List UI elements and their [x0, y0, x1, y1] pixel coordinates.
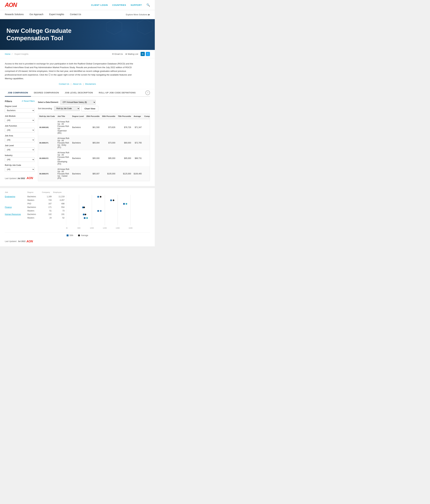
social-icons: in t — [140, 52, 150, 56]
data-controls: Select a Data Element: CFY Annual Base S… — [38, 100, 150, 111]
tool-area: JOB COMPARISON DEGREE COMPARISON JOB LEV… — [0, 89, 155, 186]
cell-p25: $95,000 — [85, 150, 101, 166]
cell-avg: $106,465 — [132, 166, 143, 181]
engineering-link[interactable]: Engineering — [5, 196, 15, 198]
table-row: 00.0000.P3 All Areas Roll-Up - All Focus… — [38, 166, 150, 181]
cell-rollup: CB.0000.P1 — [38, 181, 56, 181]
filter-industry-select[interactable]: (All) — [5, 157, 35, 162]
chart-visualization: 60K 80K 100K 120K 140K 160K — [66, 191, 150, 231]
col-header-p75: 75th Percentile — [117, 114, 132, 119]
bottom-section: Job Engineering Finance Human Resources … — [0, 188, 155, 246]
sort-controls: Sort descending: Roll-Up Job Code Chart … — [38, 106, 98, 111]
breadcrumb: Home / Expert Insights — [5, 53, 29, 55]
description-text: Access to this tool is provided in excha… — [5, 62, 137, 81]
sort-label: Sort descending: — [38, 108, 52, 110]
nav-contact-us[interactable]: Contact Us — [70, 10, 81, 19]
aon-logo: AON — [5, 2, 17, 8]
breadcrumb-bar: Home / Expert Insights ✉ Email Us ⊕ Mail… — [0, 50, 155, 58]
svg-rect-18 — [84, 217, 85, 219]
filter-degree-level: Degree Level Bachelors Masters PhD All — [5, 105, 35, 113]
filters-title: Filters — [5, 100, 12, 103]
tab-degree-comparison[interactable]: DEGREE COMPARISON — [31, 89, 62, 97]
nav-rewards-solutions[interactable]: Rewards Solutions — [5, 10, 24, 19]
cell-title: All Areas Roll-Up - All Focuses Roll-Up … — [56, 119, 71, 136]
filter-job-level-label: Job Level — [5, 144, 35, 147]
cell-degree: Bachelors — [71, 166, 85, 181]
disclaimers-link[interactable]: Disclaimers — [85, 83, 96, 85]
cell-title: All Areas Roll-Up - All Focuses Roll-Up … — [56, 181, 71, 181]
cell-rollup: 00.0000.P2 — [38, 150, 56, 166]
data-element-select[interactable]: CFY Annual Base Salary ($) — [60, 100, 96, 105]
filter-job-level-select[interactable]: (All) — [5, 147, 35, 152]
breadcrumb-home[interactable]: Home — [5, 53, 10, 55]
cell-avg: $63,652 — [132, 181, 143, 181]
filter-job-function-label: Job Function — [5, 125, 35, 127]
countries-link[interactable]: COUNTRIES — [112, 4, 126, 6]
support-link[interactable]: SUPPORT — [131, 4, 142, 6]
tab-rollup-definitions[interactable]: ROLL-UP JOB CODE DEFINITIONS — [96, 89, 139, 97]
cell-rollup: 00.0000.P1 — [38, 135, 56, 150]
cell-company: 269 — [143, 135, 150, 150]
filter-job-function-select[interactable]: (All) — [5, 128, 35, 132]
chart-view-button[interactable]: Chart View — [81, 106, 98, 111]
svg-rect-14 — [97, 210, 99, 212]
legend-average-icon — [78, 234, 80, 236]
help-icon[interactable]: ? — [145, 90, 150, 95]
cell-p50: $64,500 — [101, 181, 117, 181]
cell-rollup: 00.0000.P3 — [38, 166, 56, 181]
data-table-wrapper: Roll-Up Job Code Job Title Degree Level … — [38, 114, 150, 181]
table-body: 00.0000.M1 All Areas Roll-Up - All Focus… — [38, 119, 150, 181]
svg-text:100K: 100K — [90, 227, 94, 229]
sort-select[interactable]: Roll-Up Job Code — [54, 106, 80, 111]
finance-link[interactable]: Finance — [5, 206, 12, 208]
cell-degree: Bachelors — [71, 150, 85, 166]
search-icon[interactable]: 🔍 — [146, 3, 150, 7]
email-us-link[interactable]: ✉ Email Us — [112, 53, 123, 55]
filter-job-module: Job Module (All) — [5, 115, 35, 123]
col-header-avg: Average — [132, 114, 143, 119]
breadcrumb-current: Expert Insights — [15, 53, 28, 55]
filter-degree-level-label: Degree Level — [5, 105, 35, 108]
human-resources-link[interactable]: Human Resources — [5, 213, 21, 216]
legend-average: Average — [78, 234, 88, 236]
filter-rollup-job-code: Roll-Up Job Code (All) — [5, 164, 35, 172]
cell-p50: $73,826 — [101, 119, 117, 136]
cell-p75: $76,726 — [117, 119, 132, 136]
tab-job-level-description[interactable]: JOB LEVEL DESCRIPTION — [62, 89, 96, 97]
filter-job-area-label: Job Area — [5, 135, 35, 137]
explore-solutions[interactable]: Explore More Solutions ▶ — [126, 13, 150, 16]
col-header-p50: 50th Percentile — [101, 114, 117, 119]
legend-50th: 50th — [66, 234, 73, 236]
contact-us-link[interactable]: Contact Us — [59, 83, 69, 85]
cell-p75: $125,000 — [117, 166, 132, 181]
mailing-list-link[interactable]: ⊕ Mailing List — [125, 53, 138, 55]
svg-text:140K: 140K — [116, 227, 120, 229]
filter-rollup-select[interactable]: (All) — [5, 167, 35, 172]
aon-logo-bottom: AON — [27, 240, 33, 243]
nav-expert-insights[interactable]: Expert Insights — [49, 10, 64, 19]
nav-our-approach[interactable]: Our Approach — [29, 10, 43, 19]
cell-title: All Areas Roll-Up - All Focuses Roll-Up … — [56, 166, 71, 181]
filter-job-module-select[interactable]: (All) — [5, 118, 35, 123]
cell-p75: $67,004 — [117, 181, 132, 181]
filter-job-function: Job Function (All) — [5, 125, 35, 132]
filter-job-area-select[interactable]: (All) — [5, 138, 35, 142]
chart-degree-labels: Degree Bachelors Masters PhD Bachelors M… — [28, 191, 40, 220]
aon-logo-sidebar: AON — [27, 177, 33, 180]
reset-filters-button[interactable]: ↺ Reset Filters — [22, 100, 35, 102]
about-us-link[interactable]: About Us — [73, 83, 81, 85]
cell-company: 100 — [143, 166, 150, 181]
sidebar: Filters ↺ Reset Filters Degree Level Bac… — [5, 100, 35, 181]
cell-rollup: 00.0000.M1 — [38, 119, 56, 136]
cell-p50: $73,000 — [101, 135, 117, 150]
data-element-selector: Select a Data Element: CFY Annual Base S… — [38, 100, 96, 105]
twitter-icon[interactable]: t — [146, 52, 150, 56]
cell-p75: $80,000 — [117, 135, 132, 150]
tabs-container: JOB COMPARISON DEGREE COMPARISON JOB LEV… — [5, 89, 150, 97]
cell-degree: Bachelors — [71, 119, 85, 136]
main-nav: Rewards Solutions Our Approach Expert In… — [0, 10, 155, 19]
tab-job-comparison[interactable]: JOB COMPARISON — [5, 89, 31, 97]
linkedin-icon[interactable]: in — [140, 52, 145, 56]
client-login-link[interactable]: CLIENT LOGIN — [91, 4, 108, 6]
filter-degree-level-select[interactable]: Bachelors Masters PhD All — [5, 108, 35, 113]
